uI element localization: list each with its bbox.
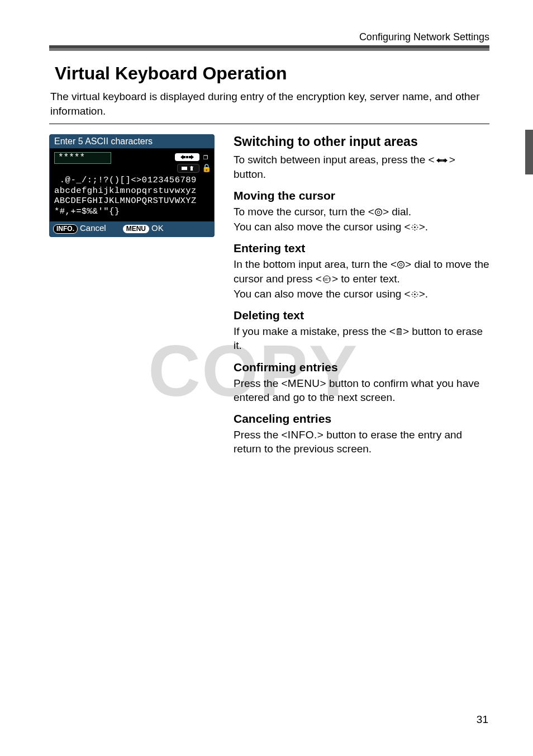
para-enter-1: In the bottom input area, turn the <> di…: [234, 257, 489, 286]
screenshot-title: Enter 5 ASCII characters: [50, 135, 214, 149]
edge-tab: [525, 130, 533, 174]
para-move-2: You can also move the cursor using <>.: [234, 220, 489, 234]
dial-icon: [374, 208, 383, 216]
svg-point-7: [414, 230, 415, 231]
svg-point-25: [412, 296, 413, 297]
menu-chip: MENU: [123, 225, 149, 233]
para-move-1: To move the cursor, turn the <> dial.: [234, 205, 489, 219]
svg-point-22: [417, 294, 418, 295]
running-rule: [49, 45, 489, 51]
info-chip: INFO.: [53, 224, 78, 234]
virtual-keyboard-screenshot: Enter 5 ASCII characters ***** ❐: [49, 134, 215, 237]
heading-moving: Moving the cursor: [234, 189, 489, 202]
svg-point-19: [414, 291, 415, 292]
svg-point-6: [414, 224, 415, 225]
footer-ok: MENUOK: [123, 223, 164, 233]
svg-point-14: [398, 262, 404, 268]
svg-point-18: [414, 294, 416, 295]
set-button-icon: SET: [322, 275, 332, 284]
svg-rect-1: [182, 167, 187, 170]
mode-indicators: ❐ 🔒: [175, 152, 210, 173]
multi-controller-icon: [411, 290, 419, 299]
para-confirm: Press the <MENU> button to confirm what …: [234, 376, 489, 405]
svg-point-26: [416, 296, 417, 297]
running-head: Configuring Network Settings: [49, 31, 489, 43]
svg-point-13: [416, 229, 417, 230]
heading-switching: Switching to other input areas: [234, 134, 489, 149]
svg-point-12: [412, 229, 413, 230]
menu-label: MENU: [288, 377, 320, 389]
svg-point-23: [412, 292, 413, 293]
para-switching: To switch between input areas, press the…: [234, 153, 489, 181]
heading-deleting: Deleting text: [234, 309, 489, 322]
separator: [49, 124, 489, 124]
multi-controller-icon: [411, 223, 419, 231]
page-title: Virtual Keyboard Operation: [55, 63, 489, 84]
svg-rect-0: [186, 156, 188, 158]
svg-point-15: [399, 264, 402, 267]
trash-pill-icon: [177, 164, 199, 173]
lock-icon: 🔒: [202, 163, 210, 173]
svg-point-10: [412, 225, 413, 226]
svg-rect-2: [441, 159, 442, 162]
svg-point-9: [417, 227, 418, 228]
footer-cancel: INFO.Cancel: [53, 223, 106, 234]
svg-point-5: [414, 226, 416, 228]
trash-icon: [396, 327, 403, 336]
lead-paragraph: The virtual keyboard is displayed during…: [50, 89, 488, 118]
entry-field: *****: [54, 152, 111, 164]
copy-icon: ❐: [202, 152, 210, 162]
para-cancel: Press the <INFO.> button to erase the en…: [234, 428, 489, 456]
svg-point-11: [416, 225, 417, 226]
para-delete: If you make a mistake, press the <> butt…: [234, 324, 489, 353]
switch-area-icon: [435, 157, 449, 164]
info-label: INFO.: [288, 429, 317, 441]
svg-point-3: [375, 209, 382, 215]
switch-area-icon: [175, 153, 199, 161]
svg-point-20: [414, 296, 415, 297]
dial-icon: [397, 261, 405, 269]
page-number: 31: [477, 714, 488, 726]
heading-canceling: Canceling entries: [234, 412, 489, 426]
svg-text:SET: SET: [323, 277, 331, 281]
svg-point-4: [377, 211, 380, 214]
svg-point-21: [411, 294, 412, 295]
para-enter-2: You can also move the cursor using <>.: [234, 287, 489, 301]
heading-entering: Entering text: [234, 242, 489, 255]
svg-point-24: [416, 292, 417, 293]
svg-point-8: [411, 227, 412, 228]
keyboard-characters: .@-_/:;!?()[]<>0123456789 abcdefghijklmn…: [50, 174, 214, 221]
heading-confirming: Confirming entries: [234, 361, 489, 374]
